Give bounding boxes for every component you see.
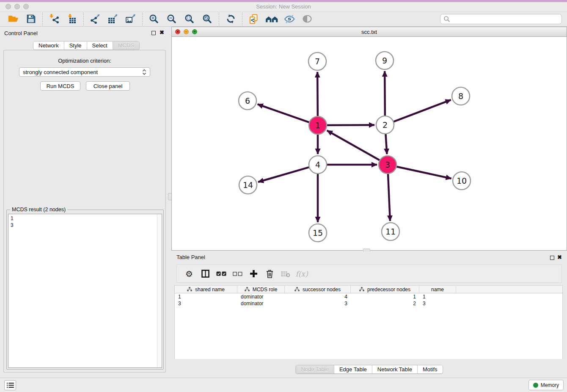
tab-mcds[interactable]: MCDS <box>113 41 139 50</box>
window-title: Session: New Session <box>0 3 567 10</box>
close-table-panel-icon[interactable]: ✖ <box>557 254 562 260</box>
graph-node-8[interactable]: 8 <box>452 87 470 105</box>
graph-node-11[interactable]: 11 <box>382 223 399 240</box>
open-session-button[interactable] <box>7 13 19 25</box>
hide-selected-button[interactable] <box>283 13 296 25</box>
memory-button[interactable]: Memory <box>528 380 564 390</box>
tab-edge-table[interactable]: Edge Table <box>334 365 372 373</box>
column-header-name[interactable]: name <box>419 286 456 293</box>
graph-edge-1-7[interactable] <box>317 72 318 116</box>
graph-node-6[interactable]: 6 <box>239 92 256 110</box>
search-box[interactable] <box>440 14 562 24</box>
tab-style[interactable]: Style <box>64 41 87 50</box>
graph-node-10[interactable]: 10 <box>453 172 471 190</box>
cell-successor-nodes[interactable]: 3 <box>285 301 351 306</box>
save-icon <box>27 14 36 23</box>
status-bar: Memory <box>0 378 567 392</box>
tab-node-table[interactable]: Node Table <box>296 365 334 373</box>
columns-icon <box>201 270 209 278</box>
home-networks-button[interactable] <box>265 13 278 25</box>
result-scrollbar[interactable] <box>157 214 162 367</box>
graph-node-9[interactable]: 9 <box>376 52 394 69</box>
column-header-predecessor-nodes[interactable]: predecessor nodes <box>351 286 419 293</box>
zoom-fit-button[interactable] <box>183 13 196 25</box>
graph-edge-3-10[interactable] <box>396 166 451 178</box>
create-column-button[interactable] <box>248 268 259 280</box>
cell-predecessor-nodes[interactable]: 2 <box>351 301 419 306</box>
column-header-successor-nodes[interactable]: successor nodes <box>285 286 351 293</box>
table-panel: Table Panel ✖ ⚙f(x) shared nameMCDS role… <box>171 251 567 376</box>
close-panel-icon[interactable]: ✖ <box>160 29 164 36</box>
column-header-label: name <box>431 287 444 293</box>
cell-name[interactable]: 3 <box>419 301 456 306</box>
graph-edge-3-1[interactable] <box>327 130 380 160</box>
graph-edge-1-2[interactable] <box>327 125 374 125</box>
column-header-shared-name[interactable]: shared name <box>175 286 237 293</box>
column-header-MCDS-role[interactable]: MCDS role <box>237 286 285 293</box>
graph-edge-2-3[interactable] <box>385 134 387 154</box>
eye-disabled-icon <box>302 14 312 23</box>
network-graph: 7968124314101511 <box>172 37 567 250</box>
criterion-dropdown[interactable]: strongly connected component <box>19 67 150 77</box>
search-input[interactable] <box>452 15 561 23</box>
column-visibility-button[interactable] <box>200 268 210 280</box>
import-table-button[interactable] <box>66 13 78 25</box>
show-hidden-button[interactable] <box>301 13 314 25</box>
tab-motifs[interactable]: Motifs <box>417 365 443 373</box>
task-history-button[interactable] <box>4 380 16 390</box>
mcds-result-textarea[interactable]: 13 <box>8 214 162 368</box>
table-row[interactable]: 1dominator411 <box>175 293 562 300</box>
graph-edge-3-11[interactable] <box>388 174 390 221</box>
cell-shared-name[interactable]: 1 <box>175 294 237 300</box>
table-settings-button[interactable]: ⚙ <box>184 268 194 280</box>
network-canvas[interactable]: 7968124314101511 <box>172 37 567 250</box>
export-table-button[interactable] <box>107 13 119 25</box>
cell-name[interactable]: 1 <box>419 294 456 300</box>
graph-edge-4-14[interactable] <box>258 167 309 182</box>
zoom-out-button[interactable] <box>165 13 178 25</box>
cell-predecessor-nodes[interactable]: 1 <box>351 294 419 300</box>
zoom-selected-button[interactable] <box>201 13 214 25</box>
gear-icon: ⚙ <box>185 270 193 278</box>
tab-select[interactable]: Select <box>87 41 113 50</box>
export-image-button[interactable] <box>124 13 137 25</box>
graph-node-2[interactable]: 2 <box>376 116 394 134</box>
graph-node-label: 15 <box>313 228 323 237</box>
float-table-panel-icon[interactable] <box>550 256 554 260</box>
cell-MCDS-role[interactable]: dominator <box>237 301 285 306</box>
run-mcds-button[interactable]: Run MCDS <box>40 81 80 91</box>
select-all-columns-button[interactable] <box>216 268 226 280</box>
graph-edge-2-8[interactable] <box>394 100 451 122</box>
graph-node-14[interactable]: 14 <box>239 176 257 194</box>
export-image-icon <box>126 14 136 24</box>
tab-network-table[interactable]: Network Table <box>372 365 417 373</box>
import-network-button[interactable] <box>48 13 61 25</box>
zoom-in-button[interactable] <box>148 13 160 25</box>
graph-node-4[interactable]: 4 <box>309 156 327 174</box>
graph-node-3[interactable]: 3 <box>379 156 396 174</box>
toolbar-separator <box>142 13 143 25</box>
graph-node-15[interactable]: 15 <box>309 224 327 242</box>
deselect-all-columns-button[interactable] <box>232 268 242 280</box>
network-window-titlebar[interactable]: ✕ − + scc.txt <box>172 27 567 37</box>
graph-node-label: 3 <box>385 160 390 169</box>
cell-successor-nodes[interactable]: 4 <box>285 294 351 300</box>
clone-network-button[interactable] <box>248 13 260 25</box>
graph-node-label: 9 <box>382 56 387 65</box>
float-panel-icon[interactable] <box>151 31 156 35</box>
refresh-layout-button[interactable] <box>224 13 237 25</box>
tab-network[interactable]: Network <box>33 41 64 50</box>
graph-node-1[interactable]: 1 <box>309 116 327 134</box>
graph-edge-2-9[interactable] <box>385 71 385 116</box>
table-row[interactable]: 3dominator323 <box>175 300 562 307</box>
graph-node-7[interactable]: 7 <box>308 52 326 70</box>
export-network-icon <box>90 14 101 24</box>
graph-edge-1-6[interactable] <box>258 104 310 122</box>
cell-MCDS-role[interactable]: dominator <box>237 294 285 300</box>
mcds-tab-content: Optimization criterion: strongly connect… <box>3 50 166 373</box>
save-session-button[interactable] <box>25 13 37 25</box>
delete-column-button[interactable] <box>264 268 275 280</box>
close-panel-button[interactable]: Close panel <box>86 81 130 91</box>
cell-shared-name[interactable]: 3 <box>175 301 237 306</box>
export-network-button[interactable] <box>89 13 102 25</box>
